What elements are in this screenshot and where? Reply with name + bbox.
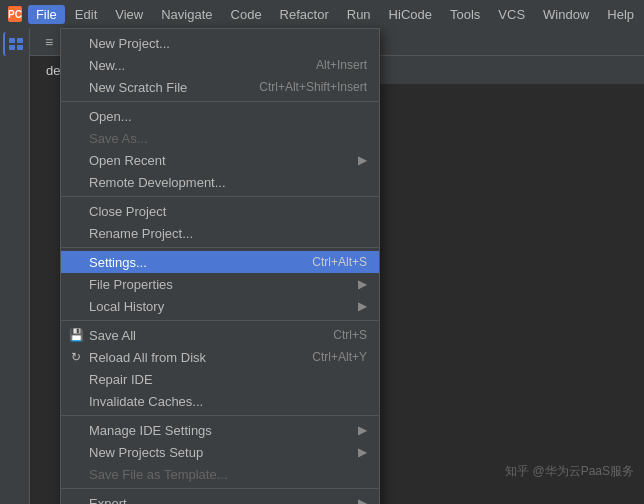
menu-item-manage-ide-settings[interactable]: Manage IDE Settings ▶: [61, 419, 379, 441]
divider-4: [61, 320, 379, 321]
menu-edit[interactable]: Edit: [67, 5, 105, 24]
menu-item-export[interactable]: Export ▶: [61, 492, 379, 504]
menu-help[interactable]: Help: [599, 5, 642, 24]
menu-item-new-projects-setup[interactable]: New Projects Setup ▶: [61, 441, 379, 463]
menu-item-rename-project[interactable]: Rename Project...: [61, 222, 379, 244]
menu-bar: File Edit View Navigate Code Refactor Ru…: [28, 5, 642, 24]
menu-refactor[interactable]: Refactor: [272, 5, 337, 24]
divider-3: [61, 247, 379, 248]
menu-window[interactable]: Window: [535, 5, 597, 24]
menu-item-local-history[interactable]: Local History ▶: [61, 295, 379, 317]
menu-item-invalidate-caches[interactable]: Invalidate Caches...: [61, 390, 379, 412]
app-logo: PC: [8, 6, 22, 22]
divider-2: [61, 196, 379, 197]
svg-rect-2: [17, 38, 23, 43]
menu-item-new-scratch-file[interactable]: New Scratch File Ctrl+Alt+Shift+Insert: [61, 76, 379, 98]
menu-item-open-recent[interactable]: Open Recent ▶: [61, 149, 379, 171]
menu-item-settings[interactable]: Settings... Ctrl+Alt+S: [61, 251, 379, 273]
sidebar-project-icon[interactable]: [3, 32, 27, 56]
menu-view[interactable]: View: [107, 5, 151, 24]
content-area: ≡ ⊞ ⚙ demo demo New Project... New... Al…: [30, 28, 644, 504]
menu-code[interactable]: Code: [223, 5, 270, 24]
menu-item-reload-all[interactable]: ↻ Reload All from Disk Ctrl+Alt+Y: [61, 346, 379, 368]
menu-vcs[interactable]: VCS: [490, 5, 533, 24]
menu-item-repair-ide[interactable]: Repair IDE: [61, 368, 379, 390]
sidebar: [0, 28, 30, 504]
reload-icon: ↻: [67, 348, 85, 366]
svg-rect-0: [9, 38, 15, 43]
divider-5: [61, 415, 379, 416]
divider-6: [61, 488, 379, 489]
menu-tools[interactable]: Tools: [442, 5, 488, 24]
save-all-icon: 💾: [67, 326, 85, 344]
menu-item-open[interactable]: Open...: [61, 105, 379, 127]
menu-hicode[interactable]: HiCode: [381, 5, 440, 24]
menu-file[interactable]: File: [28, 5, 65, 24]
svg-rect-1: [9, 45, 15, 50]
menu-item-file-properties[interactable]: File Properties ▶: [61, 273, 379, 295]
menu-run[interactable]: Run: [339, 5, 379, 24]
dropdown-overlay: New Project... New... Alt+Insert New Scr…: [30, 28, 644, 504]
title-bar: PC File Edit View Navigate Code Refactor…: [0, 0, 644, 28]
menu-item-save-file-template: Save File as Template...: [61, 463, 379, 485]
main-area: ≡ ⊞ ⚙ demo demo New Project... New... Al…: [0, 28, 644, 504]
menu-item-new[interactable]: New... Alt+Insert: [61, 54, 379, 76]
menu-item-save-all[interactable]: 💾 Save All Ctrl+S: [61, 324, 379, 346]
file-dropdown-menu: New Project... New... Alt+Insert New Scr…: [60, 28, 380, 504]
divider-1: [61, 101, 379, 102]
menu-item-new-project[interactable]: New Project...: [61, 32, 379, 54]
svg-rect-3: [17, 45, 23, 50]
menu-navigate[interactable]: Navigate: [153, 5, 220, 24]
menu-item-save-as: Save As...: [61, 127, 379, 149]
menu-item-close-project[interactable]: Close Project: [61, 200, 379, 222]
menu-item-remote-development[interactable]: Remote Development...: [61, 171, 379, 193]
